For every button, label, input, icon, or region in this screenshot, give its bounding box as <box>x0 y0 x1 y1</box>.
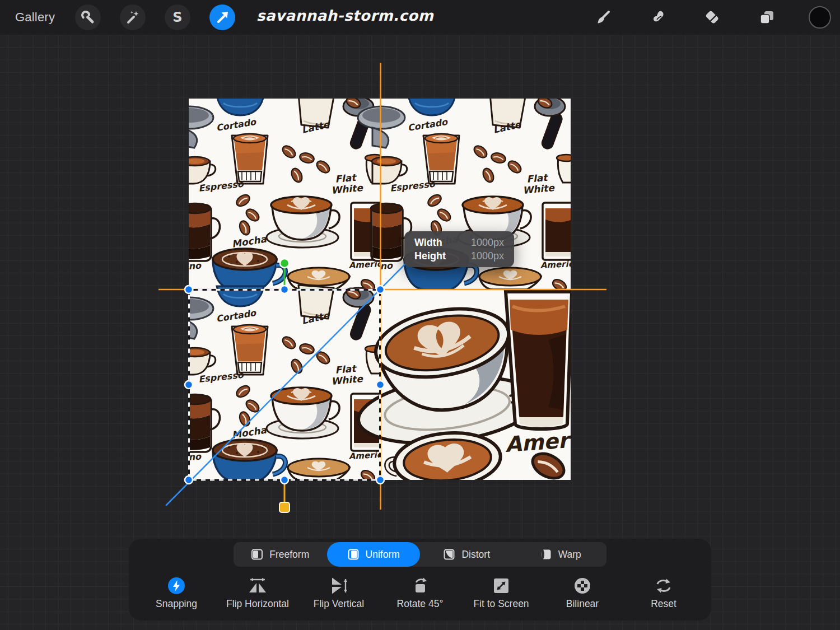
artwork-canvas[interactable]: Cortado Latte <box>189 99 571 480</box>
freeform-icon <box>251 548 263 561</box>
rotate-45-icon <box>410 577 430 595</box>
flip-horizontal-label: Flip Horizontal <box>226 598 289 610</box>
flip-vertical-button[interactable]: Flip Vertical <box>299 576 379 615</box>
tab-uniform-label: Uniform <box>366 549 400 561</box>
actions-button[interactable] <box>75 4 101 30</box>
width-label: Width <box>414 237 442 249</box>
smudge-tool-button[interactable] <box>645 4 671 30</box>
tab-distort[interactable]: Distort <box>420 542 514 567</box>
snapping-label: Snapping <box>156 598 197 610</box>
reset-button[interactable]: Reset <box>624 576 703 615</box>
flip-vertical-label: Flip Vertical <box>314 598 364 610</box>
magic-wand-icon <box>124 9 141 26</box>
distort-icon <box>443 548 455 561</box>
bilinear-label: Bilinear <box>566 598 599 610</box>
flip-horizontal-icon <box>248 577 268 595</box>
gallery-button[interactable]: Gallery <box>15 0 55 35</box>
fit-to-screen-icon <box>492 577 510 595</box>
width-row: Width 1000px <box>414 237 504 249</box>
selection-s-icon: S <box>169 9 186 26</box>
tab-freeform[interactable]: Freeform <box>234 542 327 567</box>
transform-arrow-icon <box>214 9 231 26</box>
reset-label: Reset <box>651 598 676 610</box>
paint-tool-button[interactable] <box>591 4 617 30</box>
layers-button[interactable] <box>754 4 780 30</box>
bilinear-button[interactable]: Bilinear <box>543 576 622 615</box>
svg-text:S: S <box>172 10 182 25</box>
fit-to-screen-label: Fit to Screen <box>473 598 529 610</box>
width-value: 1000px <box>471 237 504 249</box>
transform-actions-row: Snapping Flip Horizontal <box>137 576 703 615</box>
transform-mode-tabs: Freeform Uniform Distort Warp <box>234 542 606 567</box>
smudge-finger-icon <box>649 8 667 26</box>
tab-warp[interactable]: Warp <box>514 542 607 567</box>
tab-warp-label: Warp <box>558 549 581 561</box>
big-americano-glass <box>506 292 571 429</box>
height-label: Height <box>414 250 446 262</box>
canvas-workspace[interactable]: Cortado Latte <box>0 0 840 630</box>
snapping-button[interactable]: Snapping <box>137 576 216 615</box>
artwork-enlarged: America <box>354 290 571 480</box>
wrench-icon <box>80 9 96 26</box>
layers-icon <box>758 8 776 26</box>
size-tooltip: Width 1000px Height 1000px <box>404 231 514 267</box>
rotate-45-label: Rotate 45° <box>397 598 444 610</box>
eraser-icon <box>703 8 721 26</box>
tab-distort-label: Distort <box>461 549 490 561</box>
reset-cycle-icon <box>654 577 673 595</box>
active-color-swatch[interactable] <box>809 6 831 29</box>
tab-freeform-label: Freeform <box>269 549 309 561</box>
top-toolbar: Gallery S savannah-storm.com <box>0 0 840 35</box>
transform-options-panel: Freeform Uniform Distort Warp <box>129 539 711 620</box>
pivot-handle[interactable] <box>279 502 290 512</box>
adjustments-button[interactable] <box>120 4 146 30</box>
erase-tool-button[interactable] <box>699 4 725 30</box>
flip-vertical-icon <box>329 577 349 595</box>
snapping-lightning-icon <box>167 577 185 595</box>
rotate-45-button[interactable]: Rotate 45° <box>380 576 460 615</box>
gallery-label: Gallery <box>15 10 55 25</box>
fit-to-screen-button[interactable]: Fit to Screen <box>461 576 541 615</box>
height-row: Height 1000px <box>414 250 504 262</box>
bilinear-interpolation-icon <box>573 577 591 595</box>
brush-icon <box>595 8 613 26</box>
flip-horizontal-button[interactable]: Flip Horizontal <box>218 576 297 615</box>
tab-uniform[interactable]: Uniform <box>327 542 421 567</box>
document-title[interactable]: savannah-storm.com <box>256 7 433 24</box>
uniform-icon <box>347 548 360 561</box>
transform-button[interactable] <box>209 4 235 30</box>
warp-icon <box>539 548 552 561</box>
height-value: 1000px <box>471 250 504 262</box>
selection-button[interactable]: S <box>165 4 190 30</box>
